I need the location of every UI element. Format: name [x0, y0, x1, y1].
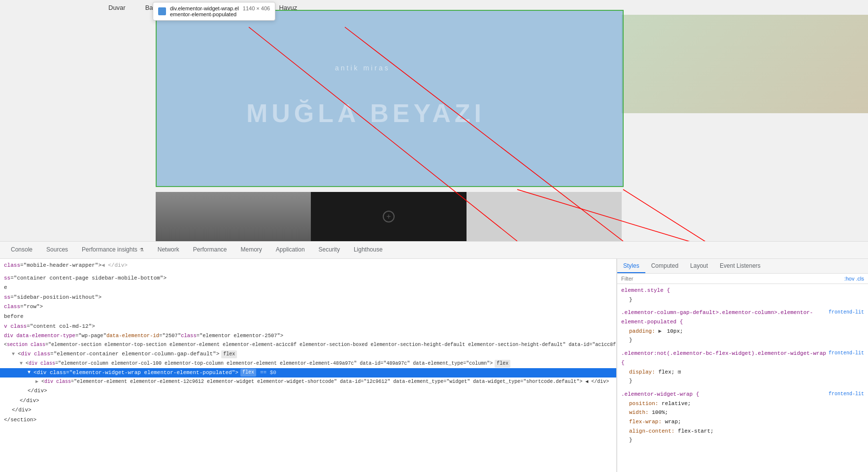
- browser-viewport: Duvar Banyo Mutfak Yürüyüş Yolu Havuz an…: [0, 0, 868, 241]
- html-line: div data-elementor-type="wp-page" data-e…: [0, 331, 616, 341]
- flex-grid-icon: ⊞: [678, 369, 681, 375]
- html-line-selected[interactable]: ▼ <div class="elementor-widget-wrap elem…: [0, 368, 616, 378]
- html-line: before: [0, 312, 616, 322]
- html-line: ▼ <div class="elementor-column elementor…: [0, 359, 616, 368]
- style-selector-4: .elementor-widget-wrap {: [621, 391, 699, 397]
- styles-panel: Styles Computed Layout Event Listeners :…: [617, 259, 868, 472]
- style-rule-element: element.style { }: [621, 286, 864, 304]
- tab-network[interactable]: Network: [151, 242, 186, 259]
- tab-security[interactable]: Security: [312, 242, 347, 259]
- devtools-body: class="mobile-header-wrapper"> ◀ </div> …: [0, 259, 868, 472]
- site-image-3: [467, 192, 622, 241]
- tab-performance[interactable]: Performance: [186, 242, 234, 259]
- html-line: </div>: [0, 406, 616, 415]
- style-rule-not: frontend-lit .elementor:not(.elementor-b…: [621, 349, 864, 386]
- html-line: class="mobile-header-wrapper"> ◀ </div>: [0, 261, 616, 271]
- tab-layout[interactable]: Layout: [684, 259, 714, 273]
- site-image-2: +: [311, 192, 466, 241]
- style-val: 10px;: [667, 328, 683, 334]
- filter-pseudo-states[interactable]: :hov .cls: [844, 276, 864, 282]
- html-line: </section>: [0, 415, 616, 425]
- flex-badge: flex: [221, 350, 237, 358]
- tab-lighthouse[interactable]: Lighthouse: [347, 242, 390, 259]
- html-panel[interactable]: class="mobile-header-wrapper"> ◀ </div> …: [0, 259, 617, 472]
- tab-event-listeners[interactable]: Event Listeners: [714, 259, 767, 273]
- experiment-icon: ⚗: [139, 247, 144, 252]
- expand-arrow-icon[interactable]: ▶: [658, 328, 665, 334]
- site-image-1: [156, 192, 311, 241]
- style-prop-display: display:: [629, 369, 655, 375]
- style-rule-column-gap: frontend-lit .elementor-column-gap-defau…: [621, 308, 864, 345]
- tooltip-size: 1140 × 406: [243, 5, 270, 11]
- html-line: ss="sidebar-position-without">: [0, 293, 616, 303]
- tooltip-element-icon: [158, 7, 166, 15]
- devtools-panel: Console Sources Performance insights ⚗ N…: [0, 241, 868, 472]
- style-selector-2: .elementor-column-gap-default>.elementor…: [621, 310, 813, 325]
- tooltip-class-1: div.elementor-widget-wrap.el: [170, 5, 239, 11]
- tab-application[interactable]: Application: [269, 242, 312, 259]
- devtools-tab-bar: Console Sources Performance insights ⚗ N…: [0, 242, 868, 259]
- site-images-row: +: [156, 192, 622, 241]
- plus-icon[interactable]: +: [383, 211, 395, 222]
- tab-sources[interactable]: Sources: [39, 242, 75, 259]
- style-source-2: frontend-lit: [829, 349, 864, 357]
- style-prop: padding:: [629, 328, 655, 334]
- tab-styles[interactable]: Styles: [617, 259, 645, 273]
- styles-content[interactable]: element.style { } frontend-lit .elemento…: [617, 284, 868, 472]
- flex-badge-2: flex: [495, 360, 510, 368]
- html-line: ▶ <div class="elementor-element elemento…: [0, 378, 616, 386]
- tab-console[interactable]: Console: [4, 242, 39, 259]
- html-line: class="row">: [0, 302, 616, 312]
- style-val-flex: flex;: [658, 369, 678, 375]
- site-subtitle: antik miras: [335, 64, 390, 72]
- html-line: e: [0, 283, 616, 293]
- site-background-right: [622, 15, 868, 113]
- style-source-1: frontend-lit: [829, 308, 864, 316]
- html-line: v class="content col-md-12">: [0, 322, 616, 332]
- element-tooltip: div.elementor-widget-wrap.el 1140 × 406 …: [153, 2, 275, 21]
- styles-tab-bar: Styles Computed Layout Event Listeners: [617, 259, 868, 274]
- html-line: ▼ <div class="elementor-container elemen…: [0, 349, 616, 359]
- site-title: MUĞLA BEYAZI: [246, 98, 485, 128]
- html-line: </div>: [0, 396, 616, 406]
- tooltip-class-2: ementor-element-populated: [170, 11, 236, 17]
- html-line: <section class="elementor-section elemen…: [0, 341, 616, 349]
- nav-duvar[interactable]: Duvar: [99, 0, 135, 15]
- html-line: </div>: [0, 386, 616, 396]
- style-rule-widget-wrap: frontend-lit .elementor-widget-wrap { po…: [621, 390, 864, 445]
- html-line: ss="container content-page sidebar-mobil…: [0, 274, 616, 283]
- tab-computed[interactable]: Computed: [645, 259, 684, 273]
- svg-line-3: [623, 189, 868, 241]
- tab-memory[interactable]: Memory: [234, 242, 269, 259]
- style-selector-3: .elementor:not(.elementor-bc-flex-widget…: [621, 350, 826, 366]
- style-selector: element.style {: [621, 287, 670, 293]
- filter-input[interactable]: [621, 276, 840, 282]
- style-source-3: frontend-lit: [829, 390, 864, 398]
- tab-performance-insights[interactable]: Performance insights ⚗: [75, 242, 151, 259]
- styles-filter-bar: :hov .cls: [617, 274, 868, 284]
